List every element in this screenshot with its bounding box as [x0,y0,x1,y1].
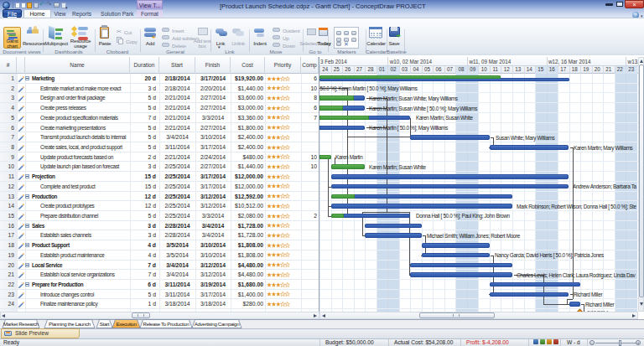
svg-text:Advertising Campaign: Advertising Campaign [195,321,240,327]
svg-text:Start: Start [100,321,110,327]
svg-text:Execution: Execution [116,321,137,327]
svg-text:Planning the Launch: Planning the Launch [49,321,91,327]
svg-text:Release To Production: Release To Production [143,321,190,327]
svg-text:Market Research: Market Research [3,321,39,327]
